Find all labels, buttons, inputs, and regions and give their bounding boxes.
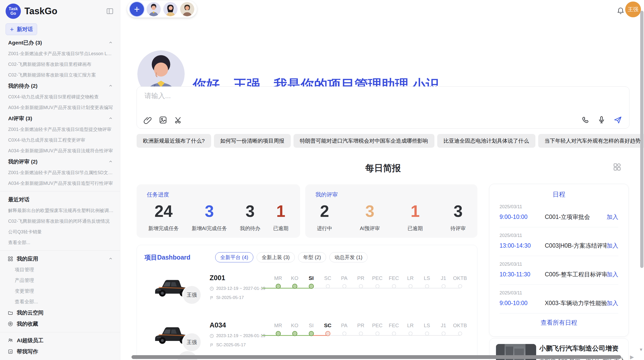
sidebar-item[interactable]: Z001-全新燃油皮卡产品开发项目SI节点Lesson Learn报告: [0, 48, 120, 59]
milestone[interactable]: LS: [419, 322, 435, 336]
vertical-scrollbar[interactable]: [640, 11, 643, 268]
add-agent-button[interactable]: +: [130, 2, 144, 16]
scroll-right-arrow[interactable]: ▶: [630, 354, 634, 360]
milestone-segment: [411, 288, 427, 289]
recent-chat-item[interactable]: 解释最新出台的欧盟报废车法规再生塑料比例被调至15%...: [0, 205, 120, 216]
view-all-schedule-link[interactable]: 查看所有日程: [500, 319, 618, 327]
user-avatar[interactable]: 王强: [625, 2, 641, 17]
milestone[interactable]: SI: [303, 275, 319, 289]
schedule-title: 日程: [500, 190, 618, 199]
section-label: 最近对话: [8, 196, 30, 203]
sidebar-item[interactable]: Z001-全新燃油轻卡产品开发项目SI造型提交物评审: [0, 124, 120, 135]
milestone[interactable]: LR: [402, 275, 419, 289]
recent-chat-item[interactable]: C02-飞腾新能源轻客改款项目的闭环通告反馈情况: [0, 216, 120, 227]
milestone-label: LR: [407, 275, 414, 282]
project-date-range: 2023-12-19 ~ 2026-01-19: [216, 333, 265, 338]
my-favorites-row[interactable]: 我的收藏: [0, 318, 120, 329]
image-icon[interactable]: [159, 116, 167, 124]
join-link[interactable]: 加入: [607, 271, 618, 278]
milestone[interactable]: FEC: [386, 275, 402, 289]
recent-chat-item[interactable]: 查看全部...: [0, 237, 120, 248]
milestone[interactable]: PA: [336, 322, 353, 336]
scroll-down-arrow[interactable]: ▼: [639, 347, 643, 352]
collapse-sidebar-icon[interactable]: [106, 7, 114, 15]
suggestion-chip[interactable]: 比亚迪全固态电池计划具体说了什么: [437, 134, 535, 148]
section-ai-review[interactable]: AI评审 (3): [0, 113, 120, 124]
milestone[interactable]: LS: [419, 275, 435, 289]
app-item[interactable]: 查看全部...: [0, 296, 120, 307]
milestone[interactable]: SI: [303, 322, 319, 336]
dashboard-tab[interactable]: 全新平台 (4): [215, 252, 253, 262]
send-icon[interactable]: [613, 116, 622, 124]
section-agent-done[interactable]: Agent已办 (3): [0, 37, 120, 48]
milestone[interactable]: FEC: [386, 322, 402, 336]
milestone[interactable]: OKTB: [452, 322, 468, 336]
event-name: C001-立项审批会: [545, 213, 607, 221]
phone-icon[interactable]: [581, 116, 590, 124]
briefing-title: 每日简报: [137, 162, 630, 174]
app-item[interactable]: 产品管理: [0, 275, 120, 286]
milestone[interactable]: SC: [319, 322, 336, 336]
sidebar-item[interactable]: C0X4-动力总成开发项目SI里程碑提交物检查: [0, 92, 120, 102]
schedule-event: 2025/03/11 9:00-10:00 C001-立项审批会 加入: [500, 199, 618, 227]
help-write-row[interactable]: 帮我写作: [0, 346, 120, 357]
chat-input[interactable]: [144, 92, 577, 100]
attachment-icon[interactable]: [143, 116, 152, 124]
project-row[interactable]: 王强 Z001 2023-12-19 ~ 2027-01-19 SI-2025-…: [144, 272, 470, 319]
creative-draw-row[interactable]: 创意制图: [0, 357, 120, 360]
suggestion-chip[interactable]: 欧洲新规最近颁布了什么?: [137, 134, 211, 148]
sidebar-item[interactable]: C02-飞腾新能源轻客改款项目里程碑画布: [0, 59, 120, 70]
microphone-icon[interactable]: [597, 116, 606, 124]
member-avatar[interactable]: [147, 2, 161, 16]
milestone[interactable]: PR: [353, 322, 369, 336]
milestone[interactable]: PA: [336, 275, 353, 289]
milestone[interactable]: MR: [270, 275, 286, 289]
milestone[interactable]: PEC: [369, 275, 386, 289]
app-item[interactable]: 变更管理: [0, 286, 120, 296]
my-cloud-row[interactable]: 我的云空间: [0, 307, 120, 318]
join-link[interactable]: 加入: [607, 299, 618, 307]
dashboard-tab[interactable]: 年型 (2): [298, 252, 326, 262]
milestone[interactable]: MR: [270, 322, 286, 336]
milestone-segment: [344, 335, 361, 336]
sidebar-item[interactable]: C0X4-动力总成开发项目工程变更评审: [0, 135, 120, 145]
suggestion-chip[interactable]: 如何写一份清晰的项目周报: [214, 134, 291, 148]
scissors-icon[interactable]: [174, 116, 183, 124]
milestone[interactable]: KO: [286, 275, 303, 289]
suggestion-chip[interactable]: 当下年轻人对汽车外观有怎样的喜好趋势: [538, 134, 644, 148]
join-link[interactable]: 加入: [607, 242, 618, 250]
milestone[interactable]: PEC: [369, 322, 386, 336]
section-my-todo[interactable]: 我的待办 (2): [0, 80, 120, 92]
milestone[interactable]: KO: [286, 322, 303, 336]
horizontal-scrollbar[interactable]: [131, 355, 621, 359]
milestone[interactable]: LR: [402, 322, 419, 336]
sidebar-item[interactable]: A034-全新新能源MUV产品开发项目造型可行性评审: [0, 178, 120, 189]
new-chat-label: 新对话: [17, 26, 33, 33]
my-apps-row[interactable]: 我的应用: [0, 253, 120, 264]
section-my-review[interactable]: 我的评审 (2): [0, 156, 120, 167]
member-avatar[interactable]: [163, 2, 178, 16]
section-label: 我的评审 (2): [8, 158, 38, 165]
milestone[interactable]: PR: [353, 275, 369, 289]
milestone[interactable]: OKTB: [452, 275, 468, 289]
milestone-label: MR: [274, 322, 282, 329]
member-avatar[interactable]: [180, 2, 194, 16]
milestone[interactable]: SC: [319, 275, 336, 289]
sidebar-item[interactable]: A034-全新新能源MUV产品开发项目法规符合性评审: [0, 145, 120, 156]
dashboard-tab[interactable]: 全新上装 (3): [257, 252, 295, 262]
dashboard-tab[interactable]: 动总开发 (1): [329, 252, 368, 262]
recent-chat-item[interactable]: 公司Q3轻卡销量: [0, 227, 120, 237]
join-link[interactable]: 加入: [607, 213, 618, 221]
new-chat-button[interactable]: + 新对话: [6, 23, 37, 35]
ai-super-staff-row[interactable]: AI超级员工: [0, 335, 120, 346]
sidebar-item[interactable]: A034-全新新能源MUV产品开发项目计划变更表编写: [0, 102, 120, 113]
milestone[interactable]: J1: [435, 322, 452, 336]
app-item[interactable]: 项目管理: [0, 264, 120, 275]
sidebar-item[interactable]: Z001-全新燃油轻卡产品开发项目SI节点属性5D文件评审: [0, 167, 120, 178]
milestone-label: PR: [357, 275, 364, 282]
notification-bell-icon[interactable]: [617, 7, 625, 15]
milestone[interactable]: J1: [435, 275, 452, 289]
suggestion-chip[interactable]: 特朗普可能对进口汽车增税会对中国车企造成哪些影响: [294, 134, 434, 148]
sidebar-item[interactable]: C02-飞腾新能源轻客改款项目立项汇报方案: [0, 70, 120, 80]
layout-grid-icon[interactable]: [613, 163, 621, 171]
